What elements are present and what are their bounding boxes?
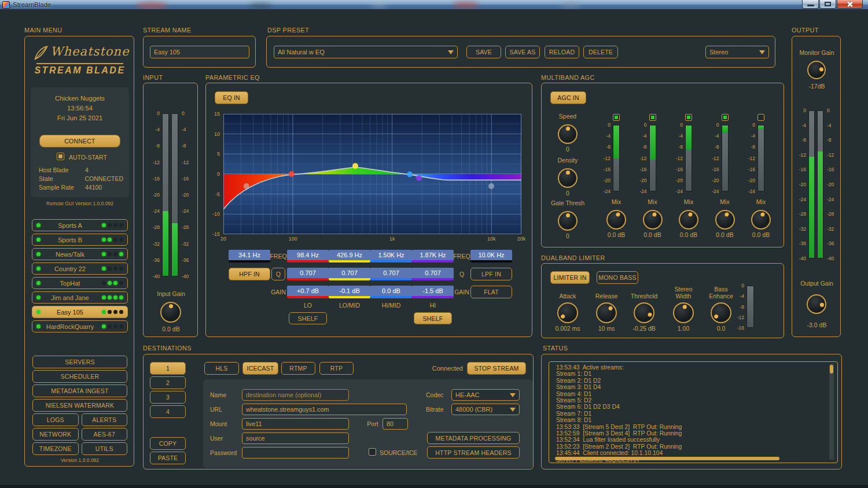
hpf-in-button[interactable]: HPF IN — [229, 268, 270, 280]
limiter-stereo-width-knob[interactable] — [673, 302, 694, 323]
monitor-gain-knob[interactable] — [807, 61, 826, 79]
channel-mode-select[interactable]: Stereo — [705, 46, 769, 58]
menu-button-logs[interactable]: LOGS — [32, 413, 79, 426]
dest-slot-2-button[interactable]: 2 — [150, 376, 186, 389]
menu-button-network[interactable]: NETWORK — [32, 428, 79, 441]
metadata-processing-button[interactable]: METADATA PROCESSING — [427, 432, 520, 444]
maximize-button[interactable] — [819, 0, 836, 9]
limiter-attack-knob[interactable] — [557, 302, 578, 323]
codec-select[interactable]: HE-AAC — [451, 389, 520, 401]
agc-band-1-mix-knob[interactable] — [606, 210, 626, 230]
menu-button-nielsen-watermark[interactable]: NIELSEN WATERMARK — [32, 399, 127, 412]
menu-button-utils[interactable]: UTILS — [82, 442, 128, 455]
stream-name-input[interactable] — [150, 46, 249, 58]
preset-save-button[interactable]: SAVE — [466, 46, 501, 58]
dest-slot-1-button[interactable]: 1 — [150, 362, 186, 375]
eq-flat-button[interactable]: FLAT — [470, 286, 512, 298]
dest-slot-3-button[interactable]: 3 — [150, 391, 186, 404]
agc-band-2-mix-knob[interactable] — [643, 210, 663, 230]
scrollbar-thumb[interactable] — [830, 365, 833, 374]
connect-button[interactable]: CONNECT — [39, 135, 120, 147]
menu-button-timezone[interactable]: TIMEZONE — [32, 442, 79, 455]
eq-hi-mid-q-value[interactable]: 0.707 — [370, 268, 412, 280]
eq-lo-shelf-button[interactable]: SHELF — [289, 312, 327, 324]
dest-url-input[interactable] — [242, 404, 407, 415]
close-button[interactable] — [837, 0, 863, 9]
dsp-preset-select[interactable]: All Natural w EQ — [274, 46, 458, 58]
limiter-bass-enhance-knob[interactable] — [711, 302, 731, 323]
agc-gate-thresh-knob[interactable] — [558, 211, 578, 231]
q-button[interactable]: Q — [271, 268, 285, 280]
protocol-rtp-button[interactable]: RTP — [319, 362, 354, 375]
stream-item-tophat[interactable]: TopHat — [32, 277, 128, 289]
eq-lo-mid-q-value[interactable]: 0.707 — [329, 268, 370, 280]
agc-in-button[interactable]: AGC IN — [550, 91, 586, 104]
eq-hi-mid-freq-value[interactable]: 1.50K Hz — [370, 250, 412, 263]
stop-stream-button[interactable]: STOP STREAM — [467, 362, 526, 375]
agc-band-4-enable-checkbox[interactable] — [722, 114, 729, 121]
dest-mount-input[interactable] — [242, 418, 349, 430]
source-ice-checkbox[interactable] — [369, 448, 376, 456]
eq-hi-gain-value[interactable]: -1.5 dB — [412, 286, 454, 298]
protocol-icecast-button[interactable]: ICECAST — [242, 362, 278, 375]
eq-lo-mid-freq-value[interactable]: 426.9 Hz — [329, 250, 370, 263]
limiter-threshold-knob[interactable] — [634, 302, 654, 323]
bitrate-select[interactable]: 48000 (CBR) — [451, 404, 520, 415]
protocol-rtmp-button[interactable]: RTMP — [281, 362, 315, 375]
lpf-freq-value[interactable]: 10.0K Hz — [470, 250, 512, 263]
status-panel: 13:53:43 Active streams:Stream 1: D1Stre… — [541, 354, 842, 469]
stream-item-hardrockquarry[interactable]: HardRockQuarry — [32, 320, 128, 332]
eq-lo-freq-value[interactable]: 98.4 Hz — [287, 250, 329, 263]
eq-hi-shelf-button[interactable]: SHELF — [414, 312, 452, 324]
status-title: STATUS — [543, 345, 568, 352]
dest-port-input[interactable] — [382, 418, 408, 430]
stream-item-easy-105[interactable]: Easy 105 — [32, 306, 128, 318]
menu-button-metadata-ingest[interactable]: METADATA INGEST — [32, 385, 127, 397]
agc-band-2-enable-checkbox[interactable] — [649, 114, 656, 121]
meter-tick-label: -36 — [827, 241, 838, 246]
stream-item-sports-b[interactable]: Sports B — [32, 234, 128, 246]
preset-reload-button[interactable]: RELOAD — [545, 46, 579, 58]
dest-password-input[interactable] — [242, 447, 349, 459]
preset-delete-button[interactable]: DELETE — [583, 46, 618, 58]
eq-hi-freq-value[interactable]: 1.87K Hz — [412, 250, 454, 263]
preset-save-as-button[interactable]: SAVE AS — [505, 46, 540, 58]
menu-button-scheduler[interactable]: SCHEDULER — [32, 370, 127, 383]
protocol-hls-button[interactable]: HLS — [204, 362, 239, 375]
paste-button[interactable]: PASTE — [150, 452, 186, 464]
output-gain-knob[interactable] — [807, 294, 826, 314]
eq-lo-gain-value[interactable]: +0.7 dB — [287, 286, 329, 298]
meter-tick-label: 0 — [827, 108, 838, 113]
agc-band-4-mix-knob[interactable] — [715, 210, 735, 230]
agc-band-3-mix-knob[interactable] — [679, 210, 698, 230]
stream-item-news-talk[interactable]: News/Talk — [32, 248, 128, 260]
stream-item-country-22[interactable]: Country 22 — [32, 263, 128, 275]
lpf-in-button[interactable]: LPF IN — [470, 268, 512, 280]
copy-button[interactable]: COPY — [150, 437, 186, 450]
dest-name-input[interactable] — [242, 389, 349, 401]
eq-hi-mid-gain-value[interactable]: 0.0 dB — [370, 286, 412, 298]
menu-button-servers[interactable]: SERVERS — [32, 356, 127, 368]
stream-item-sports-a[interactable]: Sports A — [32, 219, 128, 231]
agc-band-3-enable-checkbox[interactable] — [685, 114, 692, 121]
agc-density-knob[interactable] — [558, 168, 578, 188]
menu-button-alerts[interactable]: ALERTS — [82, 413, 128, 426]
input-gain-knob[interactable] — [160, 302, 181, 323]
menu-button-aes-67[interactable]: AES-67 — [82, 428, 128, 441]
http-stream-headers-button[interactable]: HTTP STREAM HEADERS — [427, 446, 520, 459]
dest-user-input[interactable] — [242, 432, 349, 444]
agc-band-1-enable-checkbox[interactable] — [613, 114, 620, 121]
log-vertical-scrollbar[interactable] — [829, 364, 834, 460]
dest-slot-4-button[interactable]: 4 — [150, 405, 186, 418]
eq-lo-mid-gain-value[interactable]: -0.1 dB — [329, 286, 370, 298]
eq-hi-q-value[interactable]: 0.707 — [412, 268, 454, 280]
auto-start-checkbox[interactable] — [57, 153, 64, 160]
eq-lo-q-value[interactable]: 0.707 — [287, 268, 329, 280]
stream-item-jim-and-jane[interactable]: Jim and Jane — [32, 291, 128, 304]
limiter-release-knob[interactable] — [596, 302, 617, 323]
agc-band-5-mix-knob[interactable] — [751, 210, 771, 230]
agc-band-5-enable-checkbox[interactable] — [757, 114, 764, 121]
log-horizontal-scrollbar[interactable] — [555, 457, 779, 460]
minimize-button[interactable] — [802, 0, 819, 9]
agc-speed-knob[interactable] — [558, 124, 578, 144]
